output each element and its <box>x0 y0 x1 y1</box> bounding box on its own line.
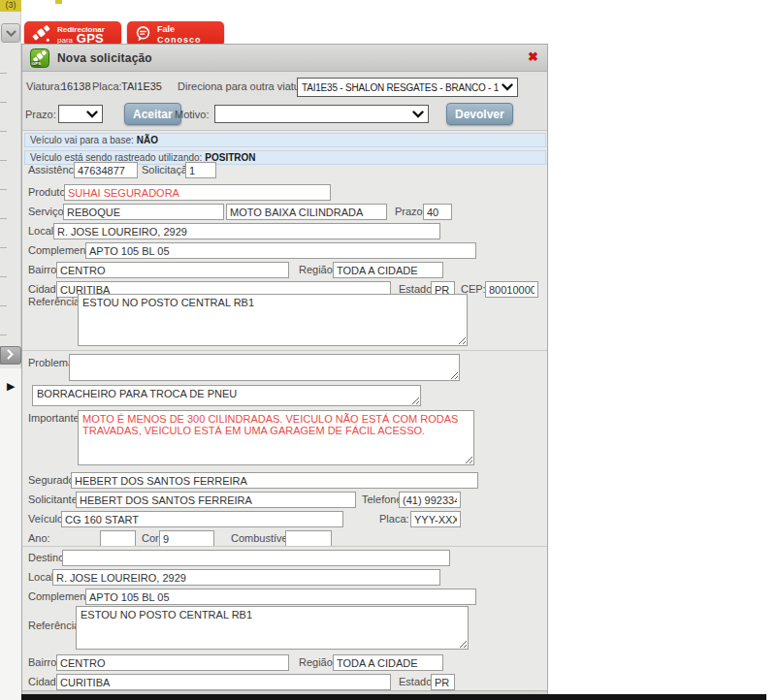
section-separator <box>22 350 547 351</box>
prazo-select-label: Prazo: <box>25 109 56 121</box>
queue-count-label: (3) <box>6 0 16 10</box>
produto-input[interactable] <box>64 184 331 201</box>
dialog-header: GPS Nova solicitação ✖ <box>22 45 547 72</box>
gutter-tick <box>0 131 7 132</box>
dialog-title: Nova solicitação <box>57 51 152 65</box>
direciona-viatura-select[interactable]: TAI1E35 - SHALON RESGATES - BRANCO - 161… <box>297 78 518 97</box>
viatura-label: Viatura: <box>26 80 63 93</box>
destino-estado-input[interactable] <box>431 674 455 690</box>
direciona-selected-value: TAI1E35 - SHALON RESGATES - BRANCO - 161… <box>302 82 499 93</box>
local-label: Local: <box>28 225 56 238</box>
gutter-tick <box>0 73 7 74</box>
referencias-textarea[interactable]: ESTOU NO POSTO CENTRAL RB1 <box>78 294 468 346</box>
svg-text:GPS: GPS <box>32 61 41 66</box>
satellite-icon <box>31 24 52 44</box>
destino-estado-label: Estado: <box>399 676 435 688</box>
bottom-window-edge <box>21 694 766 700</box>
chat-bubble-icon <box>134 24 152 44</box>
placa-label: Placa: <box>379 513 409 525</box>
importante-label: Importante: <box>28 412 82 425</box>
servico-input[interactable] <box>63 204 224 220</box>
expand-panel-button[interactable] <box>0 346 21 365</box>
destino-cidade-input[interactable] <box>56 674 391 690</box>
solicitacao-input[interactable] <box>185 162 216 178</box>
gutter-tick <box>0 218 7 219</box>
complemento-input[interactable] <box>85 242 476 259</box>
assistencia-input[interactable] <box>74 162 138 178</box>
combustivel-input[interactable] <box>285 530 332 547</box>
select-chevron-icon <box>86 111 98 118</box>
prazo-select[interactable] <box>58 105 103 123</box>
bairro-input[interactable] <box>56 262 289 278</box>
segurado-input[interactable] <box>71 472 478 489</box>
viatura-value: 16138 <box>61 80 91 93</box>
queue-tab-fragment <box>55 0 62 4</box>
gutter-lower-area <box>0 368 21 700</box>
placa-viatura-value: TAI1E35 <box>121 80 162 93</box>
gutter-tick <box>0 276 7 277</box>
destino-bairro-label: Bairro: <box>28 656 59 669</box>
solicitante-input[interactable] <box>76 492 356 508</box>
combustivel-label: Combustível: <box>231 532 293 545</box>
chevron-right-icon <box>7 348 15 363</box>
base-label: Veículo vai para a base: <box>30 135 134 145</box>
veiculo-input[interactable] <box>61 511 343 527</box>
bairro-label: Bairro: <box>28 264 59 276</box>
nova-solicitacao-dialog: GPS Nova solicitação ✖ Viatura: 16138 Pl… <box>21 44 548 700</box>
gutter-tick <box>0 189 7 190</box>
fale-conosco-label: Fale Conosco <box>157 23 202 45</box>
aceitar-button[interactable]: Aceitar <box>124 103 181 125</box>
chevron-down-icon <box>6 26 16 41</box>
page: ▶ (3) Redirecionar para GPS <box>0 0 778 700</box>
collapse-panel-button[interactable] <box>1 23 20 43</box>
expand-arrow[interactable]: ▶ <box>7 380 15 392</box>
gutter-tick <box>0 102 7 103</box>
destino-referencia-textarea[interactable]: ESTOU NO POSTO CENTRAL RB1 <box>76 606 469 650</box>
regiao-input[interactable] <box>333 262 443 278</box>
section-separator <box>22 546 547 547</box>
problema-textarea[interactable] <box>69 354 460 381</box>
select-chevron-icon <box>412 111 424 118</box>
gutter-tick <box>0 305 7 306</box>
servico-detalhe-input[interactable] <box>226 204 387 220</box>
destino-local-input[interactable] <box>52 569 440 586</box>
destino-referencia-label: Referência: <box>28 620 82 632</box>
destino-bairro-input[interactable] <box>56 654 289 671</box>
fale-line1: Fale <box>157 24 175 34</box>
destino-regiao-label: Região: <box>299 656 336 669</box>
gutter-tick <box>0 160 7 161</box>
destino-input[interactable] <box>62 550 450 566</box>
gps-green-icon: GPS <box>30 48 49 68</box>
servico-label: Serviço: <box>28 206 67 218</box>
placa-input[interactable] <box>410 511 461 527</box>
importante-textarea[interactable]: MOTO É MENOS DE 300 CILINDRADAS. VEICULO… <box>78 410 474 465</box>
base-value: NÃO <box>137 135 158 145</box>
problema-detalhe-textarea[interactable]: BORRACHEIRO PARA TROCA DE PNEU <box>32 385 421 406</box>
ano-label: Ano: <box>28 532 50 545</box>
destino-complemento-input[interactable] <box>85 589 476 605</box>
redirect-gps-label: Redirecionar para GPS <box>57 23 105 45</box>
queue-count-tab[interactable]: (3) <box>0 0 21 12</box>
produto-label: Produto: <box>28 186 69 199</box>
vehicle-base-infobar: Veículo vai para a base: NÃO <box>24 133 546 147</box>
placa-viatura-label: Placa: <box>92 80 122 93</box>
motivo-label: Motivo: <box>175 109 209 121</box>
cor-input[interactable] <box>159 530 214 547</box>
devolver-button[interactable]: Devolver <box>446 103 513 125</box>
regiao-label: Região: <box>299 264 336 276</box>
gutter-tick <box>0 334 7 335</box>
direciona-label: Direciona para outra viatura: <box>178 80 312 93</box>
solicitante-label: Solicitante: <box>28 493 81 506</box>
gutter-tick <box>0 247 7 248</box>
telefone-input[interactable] <box>399 492 461 508</box>
cep-input[interactable] <box>485 281 538 298</box>
prazo-label: Prazo: <box>395 206 426 218</box>
local-input[interactable] <box>53 223 440 239</box>
prazo-input[interactable] <box>423 204 452 220</box>
close-icon[interactable]: ✖ <box>528 50 538 63</box>
destino-regiao-input[interactable] <box>333 654 443 671</box>
motivo-select[interactable] <box>214 105 429 123</box>
select-chevron-icon <box>502 83 513 91</box>
ano-input[interactable] <box>100 530 136 547</box>
